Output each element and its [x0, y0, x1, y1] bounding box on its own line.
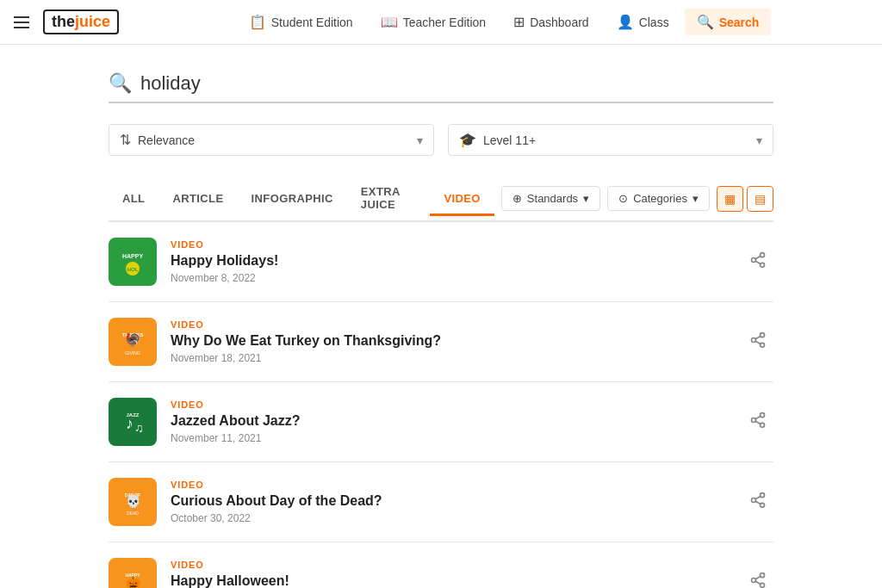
svg-text:♪: ♪	[126, 415, 134, 432]
share-button-2[interactable]	[742, 328, 773, 356]
result-info-3: VIDEO Jazzed About Jazz? November 11, 20…	[171, 399, 729, 444]
thumb-art-1: HAPPY HOL	[109, 238, 157, 286]
svg-text:🦃: 🦃	[125, 332, 141, 348]
level-icon: 🎓	[459, 132, 476, 148]
student-edition-icon: 📋	[249, 14, 266, 30]
standards-filter-btn[interactable]: ⊕ Standards ▾	[501, 186, 600, 211]
result-title-2[interactable]: Why Do We Eat Turkey on Thanksgiving?	[171, 333, 729, 349]
svg-line-35	[755, 496, 761, 498]
nav-items: 📋 Student Edition 📖 Teacher Edition ⊞ Da…	[140, 9, 868, 35]
level-label: Level 11+	[483, 133, 536, 147]
svg-text:♫: ♫	[134, 421, 144, 435]
result-type-3: VIDEO	[171, 399, 729, 410]
result-type-4: VIDEO	[171, 480, 729, 490]
nav-dashboard[interactable]: ⊞ Dashboard	[501, 9, 601, 35]
result-date-2: November 18, 2021	[171, 352, 729, 364]
results-list: HAPPY HOL VIDEO Happy Holidays! November…	[109, 222, 773, 588]
nav-student-edition-label: Student Edition	[271, 15, 353, 29]
tab-all[interactable]: ALL	[109, 183, 158, 216]
svg-line-26	[755, 416, 761, 418]
svg-line-8	[755, 256, 761, 258]
svg-line-7	[755, 261, 761, 263]
svg-line-25	[755, 421, 761, 424]
view-toggle: ▦ ▤	[717, 186, 773, 212]
relevance-chevron-icon: ▾	[417, 133, 423, 147]
standards-chevron-icon: ▾	[583, 192, 589, 205]
result-title-5[interactable]: Happy Halloween!	[171, 573, 729, 588]
class-icon: 👤	[617, 14, 634, 30]
result-thumbnail-2: THANKS 🦃 GIVING	[109, 318, 157, 366]
thumb-art-3: JAZZ ♪ ♫	[109, 398, 157, 446]
result-thumbnail-5: HAPPY 🎃 HALLOWEEN	[109, 558, 157, 588]
thumb-art-5: HAPPY 🎃 HALLOWEEN	[109, 558, 157, 588]
nav-teacher-edition-label: Teacher Edition	[403, 15, 487, 29]
relevance-filter[interactable]: ⇅ Relevance ▾	[109, 124, 434, 156]
svg-text:GIVING: GIVING	[125, 350, 140, 356]
level-chevron-icon: ▾	[756, 133, 762, 147]
nav-teacher-edition[interactable]: 📖 Teacher Edition	[369, 9, 499, 35]
grid-icon: ▦	[724, 192, 736, 206]
nav-search[interactable]: 🔍 Search	[685, 9, 772, 35]
result-info-4: VIDEO Curious About Day of the Dead? Oct…	[171, 480, 729, 524]
result-date-3: November 11, 2021	[171, 432, 729, 444]
svg-line-44	[755, 576, 761, 579]
svg-line-17	[755, 336, 761, 338]
result-title-3[interactable]: Jazzed About Jazz?	[171, 413, 729, 429]
share-button-3[interactable]	[742, 408, 773, 436]
thumb-art-2: THANKS 🦃 GIVING	[109, 318, 157, 366]
tabs-row: ALL ARTICLE INFOGRAPHIC EXTRA JUICE VIDE…	[109, 176, 773, 222]
result-title-4[interactable]: Curious About Day of the Dead?	[171, 493, 729, 509]
result-title-1[interactable]: Happy Holidays!	[171, 253, 729, 269]
categories-label: Categories	[633, 192, 687, 205]
result-type-1: VIDEO	[171, 239, 729, 250]
svg-text:💀: 💀	[126, 494, 141, 509]
svg-text:DEAD: DEAD	[127, 511, 139, 516]
grid-view-btn[interactable]: ▦	[717, 186, 743, 212]
result-date-1: November 8, 2022	[171, 272, 729, 284]
categories-filter-btn[interactable]: ⊙ Categories ▾	[607, 186, 710, 211]
nav-class[interactable]: 👤 Class	[605, 9, 681, 35]
tab-extra-juice[interactable]: EXTRA JUICE	[347, 176, 431, 222]
svg-text:HOL: HOL	[127, 267, 139, 272]
result-info-2: VIDEO Why Do We Eat Turkey on Thanksgivi…	[171, 319, 729, 364]
share-button-5[interactable]	[742, 568, 773, 589]
result-type-2: VIDEO	[171, 319, 729, 330]
svg-line-34	[755, 501, 761, 504]
nav-class-label: Class	[639, 15, 669, 29]
level-filter[interactable]: 🎓 Level 11+ ▾	[448, 124, 773, 156]
relevance-icon: ⇅	[120, 132, 131, 148]
table-row: HAPPY 🎃 HALLOWEEN VIDEO Happy Halloween!…	[109, 542, 773, 588]
main-content: 🔍 ⇅ Relevance ▾ 🎓 Level 11+ ▾ ALL ARTICL…	[88, 45, 794, 588]
share-button-1[interactable]	[742, 248, 773, 276]
share-button-4[interactable]	[742, 488, 773, 517]
svg-text:🎃: 🎃	[126, 576, 141, 588]
result-info-1: VIDEO Happy Holidays! November 8, 2022	[171, 239, 729, 284]
result-date-4: October 30, 2022	[171, 512, 729, 524]
list-view-btn[interactable]: ▤	[747, 186, 773, 212]
svg-line-43	[755, 581, 761, 584]
tab-infographic[interactable]: INFOGRAPHIC	[238, 183, 347, 216]
categories-chevron-icon: ▾	[693, 192, 699, 205]
categories-icon: ⊙	[618, 192, 628, 205]
nav-search-label: Search	[719, 15, 760, 29]
table-row: DAY OF 💀 DEAD VIDEO Curious About Day of…	[109, 462, 773, 542]
result-thumbnail-4: DAY OF 💀 DEAD	[109, 478, 157, 526]
thumb-art-4: DAY OF 💀 DEAD	[109, 478, 157, 526]
nav-student-edition[interactable]: 📋 Student Edition	[237, 9, 365, 35]
result-thumbnail-1: HAPPY HOL	[109, 238, 157, 286]
result-type-5: VIDEO	[171, 560, 729, 570]
navbar: thejuice 📋 Student Edition 📖 Teacher Edi…	[0, 0, 882, 45]
tab-video[interactable]: VIDEO	[430, 183, 494, 216]
standards-icon: ⊕	[512, 192, 522, 205]
relevance-label: Relevance	[138, 133, 195, 147]
hamburger-menu[interactable]	[14, 16, 29, 28]
search-input[interactable]	[140, 72, 773, 95]
result-thumbnail-3: JAZZ ♪ ♫	[109, 398, 157, 446]
search-icon: 🔍	[109, 72, 132, 95]
tab-article[interactable]: ARTICLE	[158, 183, 237, 216]
result-info-5: VIDEO Happy Halloween! October 29, 2022	[171, 560, 729, 588]
table-row: JAZZ ♪ ♫ VIDEO Jazzed About Jazz? Novemb…	[109, 382, 773, 462]
dashboard-icon: ⊞	[513, 14, 525, 30]
nav-dashboard-label: Dashboard	[530, 15, 589, 29]
svg-text:HAPPY: HAPPY	[122, 253, 143, 259]
